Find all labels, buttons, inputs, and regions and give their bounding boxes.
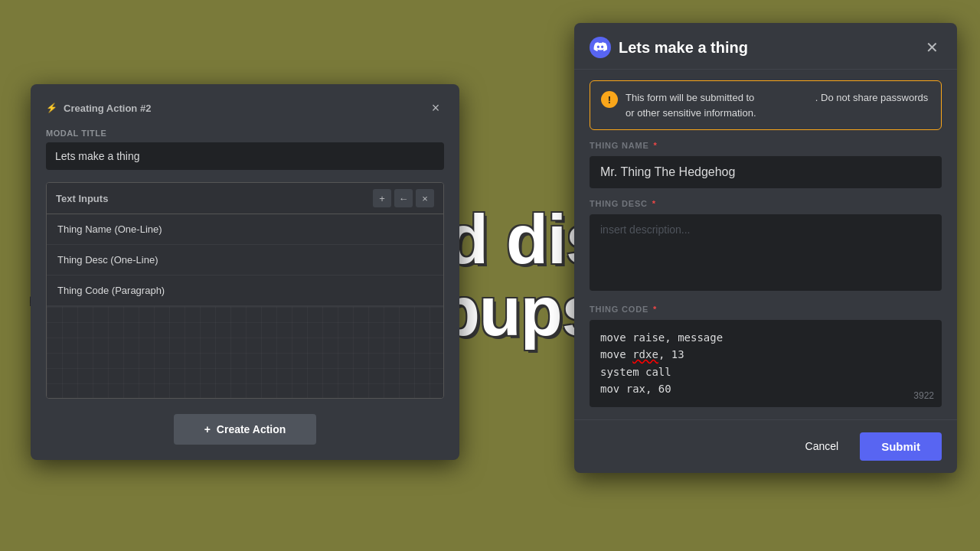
code-line-3: system call <box>600 364 931 380</box>
warning-icon: ! <box>601 91 618 108</box>
thing-code-display: move raise, message move rdxe, 13 system… <box>600 329 931 398</box>
create-action-label: Create Action <box>217 423 286 435</box>
warning-banner: ! This form will be submitted to . Do no… <box>590 80 942 130</box>
right-modal-header: Lets make a thing ✕ <box>574 23 957 70</box>
thing-code-label: THING CODE * <box>590 305 942 314</box>
submit-button[interactable]: Submit <box>860 432 942 461</box>
left-modal-header-left: ⚡ Creating Action #2 <box>46 103 151 114</box>
create-action-plus-icon: + <box>204 423 211 435</box>
list-item[interactable]: Thing Code (Paragraph) <box>47 276 443 306</box>
warning-text: This form will be submitted to . Do not … <box>626 90 930 120</box>
code-line-2-part2: , 13 <box>658 348 684 360</box>
modal-title-input[interactable] <box>46 142 444 170</box>
left-modal: ⚡ Creating Action #2 × Modal Title Text … <box>31 84 459 460</box>
text-inputs-actions: + ← × <box>373 189 434 207</box>
warning-text-blank <box>757 92 812 103</box>
right-modal-close-button[interactable]: ✕ <box>923 35 942 60</box>
code-line-2-part1: move <box>600 348 632 360</box>
thing-desc-textarea[interactable] <box>590 214 942 291</box>
left-modal-header: ⚡ Creating Action #2 × <box>46 99 444 116</box>
right-modal-title: Lets make a thing <box>619 39 748 57</box>
code-line-1: move raise, message <box>600 329 931 346</box>
create-action-button[interactable]: + Create Action <box>174 414 317 445</box>
thing-desc-label: THING DESC * <box>590 199 942 208</box>
thing-code-wrapper[interactable]: move raise, message move rdxe, 13 system… <box>590 320 942 407</box>
code-line-2-underline: rdxe <box>632 348 658 360</box>
move-input-button[interactable]: ← <box>394 189 413 207</box>
text-inputs-label: Text Inputs <box>56 193 108 204</box>
cancel-button[interactable]: Cancel <box>793 434 851 458</box>
right-modal-body: THING NAME * THING DESC * THING CODE * m… <box>574 141 957 419</box>
warning-text-part1: This form will be submitted to <box>626 92 754 103</box>
code-line-4: mov rax, 60 <box>600 380 931 397</box>
thing-name-required: * <box>651 141 658 150</box>
thing-desc-required: * <box>649 199 656 208</box>
text-inputs-header: Text Inputs + ← × <box>47 183 443 214</box>
thing-name-input[interactable] <box>590 156 942 188</box>
bolt-icon: ⚡ <box>46 103 57 113</box>
discord-icon <box>590 37 611 58</box>
thing-code-required: * <box>650 305 657 314</box>
right-modal-title-row: Lets make a thing <box>590 37 748 58</box>
char-count: 3922 <box>913 390 934 401</box>
text-inputs-container: Text Inputs + ← × Thing Name (One-Line) … <box>46 182 444 399</box>
code-line-2: move rdxe, 13 <box>600 346 931 363</box>
empty-area <box>47 306 443 398</box>
right-modal-footer: Cancel Submit <box>574 419 957 473</box>
modal-title-label: Modal Title <box>46 129 444 138</box>
delete-input-button[interactable]: × <box>416 189 434 207</box>
thing-name-label: THING NAME * <box>590 141 942 150</box>
list-item[interactable]: Thing Desc (One-Line) <box>47 245 443 276</box>
left-modal-close-button[interactable]: × <box>427 99 444 116</box>
list-item[interactable]: Thing Name (One-Line) <box>47 214 443 245</box>
left-modal-title: Creating Action #2 <box>64 103 151 114</box>
add-input-button[interactable]: + <box>373 189 391 207</box>
left-modal-footer: + Create Action <box>46 411 444 445</box>
right-modal: Lets make a thing ✕ ! This form will be … <box>574 23 957 473</box>
